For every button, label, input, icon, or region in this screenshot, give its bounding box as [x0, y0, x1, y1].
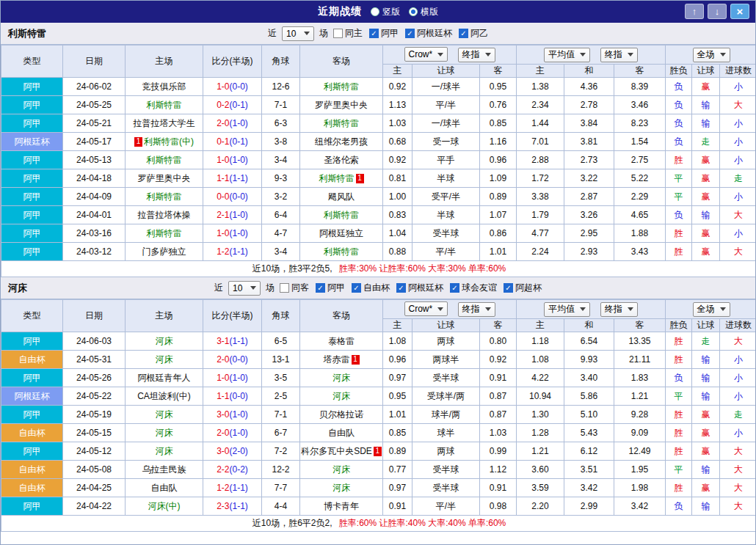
- match-date: 24-05-22: [63, 387, 126, 406]
- corners-cell: 3-2: [262, 188, 300, 206]
- checkbox-checked-icon[interactable]: ✓: [450, 283, 459, 293]
- team-link[interactable]: 博卡青年: [324, 500, 359, 513]
- team-link[interactable]: 飓风队: [328, 191, 355, 203]
- score-cell: 3-0(1-0): [203, 406, 262, 424]
- team-link[interactable]: CA坦波利(中): [137, 390, 191, 403]
- checkbox-label: 同客: [291, 282, 309, 294]
- average-select[interactable]: 平均值: [544, 302, 590, 317]
- recent-count-select[interactable]: 10: [228, 281, 261, 296]
- filter-checkbox-同客[interactable]: 同客: [280, 282, 309, 294]
- team-link[interactable]: 河床: [156, 335, 173, 348]
- team-link[interactable]: 利斯特雷: [324, 209, 359, 222]
- home-team-cell: 利斯特雷: [126, 96, 203, 114]
- team-link[interactable]: 科尔多瓦中央SDE: [301, 445, 372, 458]
- team-link[interactable]: 河床: [156, 445, 173, 458]
- team-link[interactable]: 竞技俱乐部: [142, 81, 186, 93]
- scroll-up-button[interactable]: ↑: [685, 4, 704, 19]
- team-link[interactable]: 乌拉圭民族: [142, 464, 186, 476]
- close-button[interactable]: ×: [730, 4, 749, 19]
- avg-away: 2.29: [614, 188, 666, 206]
- scope-select[interactable]: 全场: [693, 48, 730, 62]
- radio-vertical-layout[interactable]: 竖版: [371, 6, 400, 18]
- team-link[interactable]: 河床: [156, 427, 173, 439]
- scroll-down-button[interactable]: ↓: [708, 4, 727, 19]
- team-link[interactable]: 利斯特雷: [147, 191, 182, 203]
- team-link[interactable]: 河床: [332, 464, 350, 476]
- odds-handicap: 平/半: [412, 96, 480, 114]
- odds-handicap: 平手: [412, 151, 480, 169]
- score-cell: 2-2(0-2): [203, 461, 262, 479]
- team-link[interactable]: 自由队: [328, 427, 355, 439]
- team-link[interactable]: 阿根廷青年人: [138, 372, 191, 384]
- team-link[interactable]: 罗萨里奥中央: [315, 99, 368, 111]
- team-link[interactable]: 利斯特雷: [324, 81, 359, 93]
- radio-icon[interactable]: [409, 7, 418, 16]
- team-link[interactable]: 利斯特雷: [324, 117, 359, 130]
- average-select[interactable]: 平均值: [544, 48, 590, 62]
- team-link[interactable]: 纽维尔老男孩: [315, 136, 368, 148]
- odds-away: 0.91: [480, 369, 517, 387]
- team-link[interactable]: 泰格雷: [328, 335, 355, 348]
- team-link[interactable]: 罗萨里奥中央: [138, 172, 191, 185]
- radio-icon[interactable]: [371, 7, 379, 16]
- checkbox-unchecked-icon[interactable]: [280, 283, 289, 293]
- team-link[interactable]: 贝尔格拉诺: [319, 409, 363, 421]
- team-link[interactable]: 门多萨独立: [142, 246, 186, 258]
- result-goals: 走: [720, 406, 756, 424]
- team-name-wrap: 罗萨里奥中央: [315, 99, 368, 111]
- filter-checkbox-阿甲[interactable]: ✓阿甲: [316, 282, 345, 294]
- bookmaker-select[interactable]: Crow*: [404, 301, 448, 316]
- avg-home: 2.20: [517, 497, 564, 516]
- home-team-cell: 竞技俱乐部: [126, 78, 203, 96]
- caret-down-icon: [628, 53, 633, 56]
- team-link[interactable]: 圣洛伦索: [324, 154, 359, 167]
- team-link[interactable]: 河床: [332, 390, 350, 403]
- team-link[interactable]: 自由队: [151, 482, 178, 494]
- team-link[interactable]: 河床: [156, 409, 173, 421]
- team-link[interactable]: 利斯特雷: [147, 154, 182, 167]
- filter-checkbox-同主[interactable]: 同主: [333, 27, 363, 40]
- odds-stage-select[interactable]: 终指: [458, 302, 495, 317]
- team-link[interactable]: 阿根廷独立: [319, 227, 363, 240]
- checkbox-checked-icon[interactable]: ✓: [352, 283, 361, 293]
- filter-checkbox-阿超杯[interactable]: ✓阿超杯: [504, 282, 542, 294]
- odds-stage-select[interactable]: 终指: [458, 48, 495, 62]
- checkbox-checked-icon[interactable]: ✓: [396, 283, 406, 293]
- checkbox-checked-icon[interactable]: ✓: [316, 283, 325, 293]
- filter-checkbox-阿根廷杯[interactable]: ✓阿根廷杯: [396, 282, 443, 294]
- avg-stage-select[interactable]: 终指: [600, 48, 638, 62]
- team-link[interactable]: 利斯特雷(中): [144, 136, 194, 148]
- avg-stage-select[interactable]: 终指: [600, 302, 638, 317]
- checkbox-unchecked-icon[interactable]: [333, 29, 343, 38]
- result-goals: 大: [720, 243, 756, 261]
- bookmaker-select[interactable]: Crow*: [404, 47, 448, 62]
- avg-away: 3.46: [614, 96, 666, 114]
- team-link[interactable]: 利斯特雷: [324, 246, 359, 258]
- team-link[interactable]: 河床: [332, 372, 350, 384]
- score-cell: 0-2(0-1): [203, 96, 262, 114]
- checkbox-checked-icon[interactable]: ✓: [459, 29, 468, 38]
- team-link[interactable]: 拉普拉塔体操: [138, 209, 191, 222]
- team-link[interactable]: 河床: [332, 482, 350, 494]
- scope-select[interactable]: 全场: [693, 302, 730, 317]
- team-link[interactable]: 河床: [156, 354, 173, 366]
- match-row: 阿甲24-05-26阿根廷青年人1-0(1-0)3-5河床0.97受半球0.91…: [1, 369, 756, 387]
- radio-horizontal-layout[interactable]: 横版: [409, 6, 438, 18]
- team-link[interactable]: 利斯特雷: [147, 227, 182, 240]
- league-badge: 阿甲: [1, 188, 63, 206]
- team-link[interactable]: 利斯特雷: [319, 172, 355, 185]
- filter-checkbox-阿甲[interactable]: ✓阿甲: [369, 27, 399, 40]
- team-link[interactable]: 拉普拉塔大学生: [134, 117, 195, 130]
- team-link[interactable]: 利斯特雷: [147, 99, 182, 111]
- checkbox-checked-icon[interactable]: ✓: [504, 283, 513, 293]
- filter-checkbox-阿根廷杯[interactable]: ✓阿根廷杯: [405, 27, 452, 40]
- match-date: 24-04-01: [63, 206, 126, 224]
- team-link[interactable]: 河床(中): [148, 500, 181, 513]
- filter-checkbox-球会友谊[interactable]: ✓球会友谊: [450, 282, 497, 294]
- checkbox-checked-icon[interactable]: ✓: [369, 29, 379, 38]
- filter-checkbox-自由杯[interactable]: ✓自由杯: [352, 282, 390, 294]
- checkbox-checked-icon[interactable]: ✓: [405, 29, 415, 38]
- team-link[interactable]: 塔赤雷: [324, 354, 350, 366]
- filter-checkbox-阿乙[interactable]: ✓阿乙: [459, 27, 488, 40]
- recent-count-select[interactable]: 10: [282, 26, 314, 41]
